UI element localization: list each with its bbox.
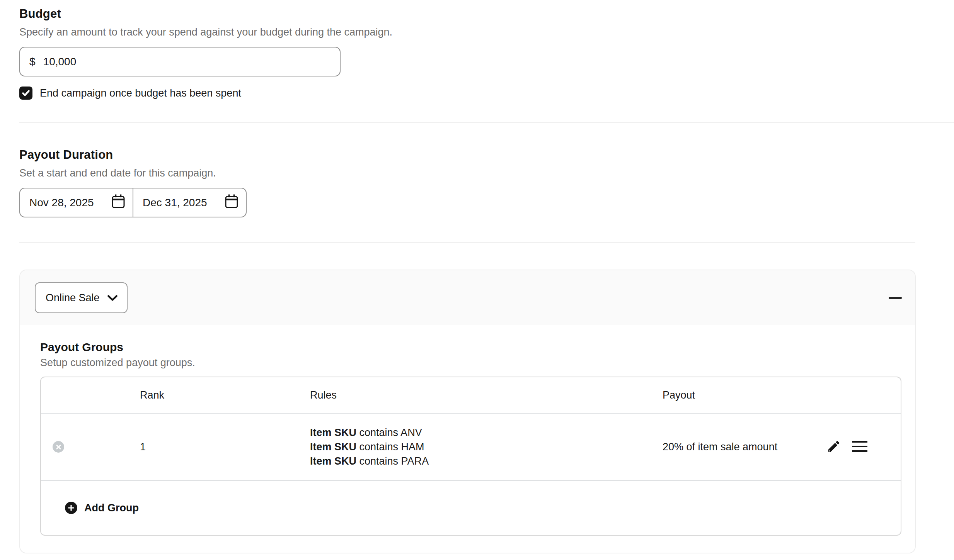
date-range-picker: Nov 28, 2025 Dec 31, 2025 — [19, 188, 247, 217]
payout-card-header: Online Sale — [20, 270, 915, 325]
payout-duration-section: Payout Duration Set a start and end date… — [19, 123, 954, 217]
budget-description: Specify an amount to track your spend ag… — [19, 26, 954, 38]
payout-type-label: Online Sale — [46, 292, 100, 304]
drag-handle[interactable] — [852, 441, 867, 453]
chevron-down-icon — [107, 292, 118, 304]
section-divider — [19, 242, 915, 243]
budget-section: Budget Specify an amount to track your s… — [19, 0, 954, 100]
table-row: 1 Item SKU contains ANV Item SKU contain… — [41, 414, 901, 481]
row-actions — [826, 439, 901, 455]
start-date-field[interactable]: Nov 28, 2025 — [20, 188, 133, 217]
rule-line: Item SKU contains PARA — [310, 454, 663, 468]
end-date-value: Dec 31, 2025 — [143, 197, 207, 209]
collapse-card-button[interactable] — [889, 292, 902, 304]
payout-type-card: Online Sale Payout Groups Setup customiz… — [19, 270, 916, 553]
checkbox-checked-icon[interactable] — [19, 87, 32, 100]
currency-symbol: $ — [29, 56, 36, 68]
start-date-value: Nov 28, 2025 — [29, 197, 94, 209]
payout-groups-description: Setup customized payout groups. — [40, 357, 915, 369]
payout-groups-panel: Payout Groups Setup customized payout gr… — [20, 325, 915, 553]
payout-groups-table: Rank Rules Payout 1 — [40, 377, 901, 536]
budget-amount-input[interactable] — [43, 56, 330, 68]
rank-cell: 1 — [140, 441, 310, 453]
add-group-button[interactable]: Add Group — [41, 481, 901, 535]
plus-icon — [65, 502, 77, 514]
edit-group-button[interactable] — [826, 439, 841, 455]
minus-icon — [889, 297, 902, 299]
calendar-icon[interactable] — [225, 194, 238, 211]
payout-duration-title: Payout Duration — [19, 148, 954, 162]
payout-duration-description: Set a start and end date for this campai… — [19, 167, 954, 179]
rule-line: Item SKU contains ANV — [310, 426, 663, 440]
rules-cell: Item SKU contains ANV Item SKU contains … — [310, 426, 663, 468]
rule-line: Item SKU contains HAM — [310, 440, 663, 454]
end-campaign-checkbox-label: End campaign once budget has been spent — [40, 87, 241, 99]
end-campaign-checkbox-row[interactable]: End campaign once budget has been spent — [19, 87, 954, 100]
end-date-field[interactable]: Dec 31, 2025 — [133, 188, 246, 217]
pencil-icon — [826, 439, 841, 455]
budget-amount-field[interactable]: $ — [19, 47, 341, 76]
payout-column-header: Payout — [663, 389, 826, 401]
budget-title: Budget — [19, 7, 954, 21]
rules-column-header: Rules — [310, 389, 663, 401]
add-group-label: Add Group — [84, 502, 139, 514]
calendar-icon[interactable] — [112, 194, 125, 211]
remove-group-button[interactable] — [53, 441, 64, 453]
hamburger-icon — [852, 441, 867, 453]
campaign-settings-page: Budget Specify an amount to track your s… — [0, 0, 954, 553]
rank-column-header: Rank — [140, 389, 310, 401]
payout-groups-title: Payout Groups — [40, 341, 915, 354]
payout-type-dropdown[interactable]: Online Sale — [35, 282, 128, 313]
table-header-row: Rank Rules Payout — [41, 377, 901, 414]
payout-cell: 20% of item sale amount — [663, 441, 826, 453]
